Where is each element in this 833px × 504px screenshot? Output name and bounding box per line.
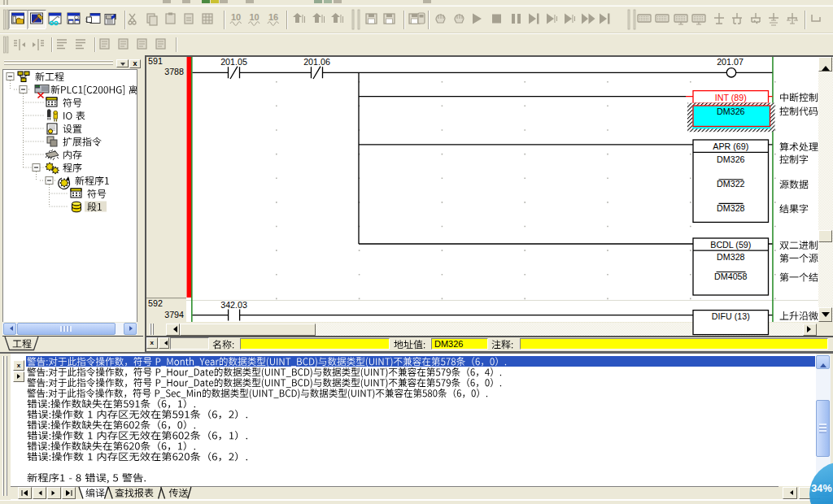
svg-text:591: 591 [148,56,163,66]
svg-text:342.03: 342.03 [220,300,247,310]
svg-text:592: 592 [148,298,163,308]
svg-text:DM326: DM326 [717,154,745,164]
svg-text:201.07: 201.07 [717,57,744,67]
svg-text:3788: 3788 [164,67,184,76]
svg-text:DM328: DM328 [717,203,745,213]
svg-text:APR (69): APR (69) [713,141,748,151]
svg-text:INT (89): INT (89) [715,93,747,102]
svg-text:BCDL (59): BCDL (59) [710,240,751,250]
svg-text:DM326: DM326 [434,339,463,349]
svg-text:DM4058: DM4058 [714,272,747,281]
svg-text:10: 10 [231,12,241,22]
svg-text:201.05: 201.05 [220,57,247,67]
svg-text:201.06: 201.06 [303,57,330,67]
svg-text:DIFU (13): DIFU (13) [712,311,750,321]
svg-text:DM326: DM326 [717,106,745,116]
svg-text:DM322: DM322 [717,179,745,189]
svg-text:16: 16 [268,12,278,22]
svg-text:3794: 3794 [164,310,184,319]
svg-text:10: 10 [249,12,259,22]
svg-text:DM328: DM328 [717,252,745,262]
